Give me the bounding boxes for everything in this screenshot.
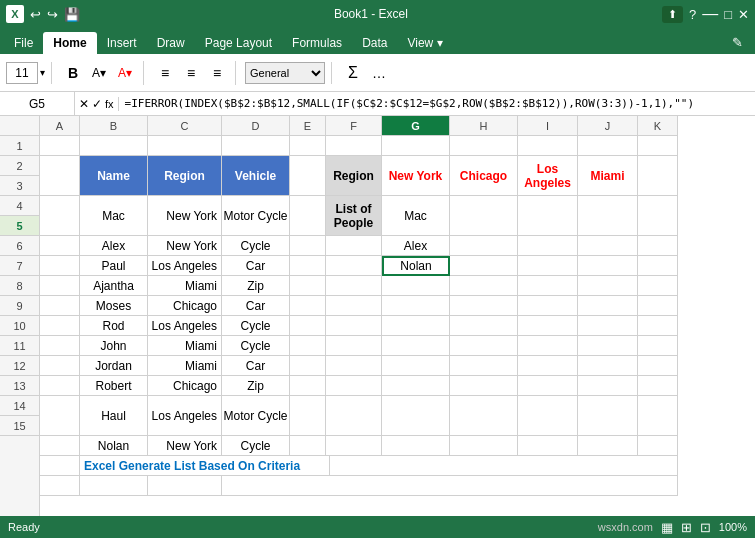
col-header-k[interactable]: K <box>638 116 678 136</box>
col-header-c[interactable]: C <box>148 116 222 136</box>
row-num-8[interactable]: 8 <box>0 276 39 296</box>
cell-j4[interactable] <box>578 236 638 256</box>
cell-g8[interactable] <box>382 316 450 336</box>
cell-k6[interactable] <box>638 276 678 296</box>
share-btn[interactable]: ⬆ <box>662 6 683 23</box>
cell-k11[interactable] <box>638 376 678 396</box>
cell-j7[interactable] <box>578 296 638 316</box>
cell-h7[interactable] <box>450 296 518 316</box>
tab-file[interactable]: File <box>4 32 43 54</box>
undo-btn[interactable]: ↩ <box>30 7 41 22</box>
cell-b1[interactable] <box>80 136 148 156</box>
cell-c8[interactable]: Los Angeles <box>148 316 222 336</box>
cell-k3[interactable] <box>638 196 678 236</box>
cell-i8[interactable] <box>518 316 578 336</box>
cell-f7[interactable] <box>326 296 382 316</box>
row-num-3[interactable]: 3 <box>0 176 39 196</box>
cell-h12[interactable] <box>450 396 518 436</box>
cell-f1[interactable] <box>326 136 382 156</box>
view-page-break-btn[interactable]: ⊡ <box>700 520 711 535</box>
cell-e3[interactable] <box>290 196 326 236</box>
cell-a11[interactable] <box>40 376 80 396</box>
fill-color-button[interactable]: A▾ <box>87 61 111 85</box>
cell-i13[interactable] <box>518 436 578 456</box>
cell-c6[interactable]: Miami <box>148 276 222 296</box>
col-header-g[interactable]: G <box>382 116 450 136</box>
cell-e11[interactable] <box>290 376 326 396</box>
cell-b15[interactable] <box>80 476 148 496</box>
cell-c1[interactable] <box>148 136 222 156</box>
cell-f11[interactable] <box>326 376 382 396</box>
maximize-btn[interactable]: □ <box>724 7 732 22</box>
tab-page-layout[interactable]: Page Layout <box>195 32 282 54</box>
cell-c11[interactable]: Chicago <box>148 376 222 396</box>
row-num-13[interactable]: 13 <box>0 376 39 396</box>
align-right-btn[interactable]: ≡ <box>205 61 229 85</box>
cell-b13[interactable]: Nolan <box>80 436 148 456</box>
cell-b7[interactable]: Moses <box>80 296 148 316</box>
cell-g7[interactable] <box>382 296 450 316</box>
cell-h9[interactable] <box>450 336 518 356</box>
cell-c9[interactable]: Miami <box>148 336 222 356</box>
cell-d1[interactable] <box>222 136 290 156</box>
cell-k7[interactable] <box>638 296 678 316</box>
cell-i3[interactable] <box>518 196 578 236</box>
cell-e4[interactable] <box>290 236 326 256</box>
cell-k12[interactable] <box>638 396 678 436</box>
cell-f3[interactable]: List of People <box>326 196 382 236</box>
cell-c15[interactable] <box>148 476 222 496</box>
bold-button[interactable]: B <box>61 61 85 85</box>
row-num-10[interactable]: 10 <box>0 316 39 336</box>
tab-formulas[interactable]: Formulas <box>282 32 352 54</box>
cell-d3[interactable]: Motor Cycle <box>222 196 290 236</box>
insert-function-icon[interactable]: fx <box>105 98 114 110</box>
cell-c12[interactable]: Los Angeles <box>148 396 222 436</box>
cell-f12[interactable] <box>326 396 382 436</box>
cell-d9[interactable]: Cycle <box>222 336 290 356</box>
cell-f8[interactable] <box>326 316 382 336</box>
cell-k8[interactable] <box>638 316 678 336</box>
cell-c13[interactable]: New York <box>148 436 222 456</box>
cell-i4[interactable] <box>518 236 578 256</box>
cell-k10[interactable] <box>638 356 678 376</box>
sigma-btn[interactable]: Σ <box>341 61 365 85</box>
cell-c7[interactable]: Chicago <box>148 296 222 316</box>
cell-h6[interactable] <box>450 276 518 296</box>
cell-f2[interactable]: Region <box>326 156 382 196</box>
col-header-a[interactable]: A <box>40 116 80 136</box>
col-header-e[interactable]: E <box>290 116 326 136</box>
cell-a7[interactable] <box>40 296 80 316</box>
cell-d15[interactable] <box>222 476 678 496</box>
row-num-14[interactable]: 14 <box>0 396 39 416</box>
row-num-4[interactable]: 4 <box>0 196 39 216</box>
cell-b6[interactable]: Ajantha <box>80 276 148 296</box>
minimize-btn[interactable]: — <box>702 6 718 22</box>
tab-data[interactable]: Data <box>352 32 397 54</box>
cell-i5[interactable] <box>518 256 578 276</box>
cell-i6[interactable] <box>518 276 578 296</box>
cell-j9[interactable] <box>578 336 638 356</box>
cell-g10[interactable] <box>382 356 450 376</box>
cell-j1[interactable] <box>578 136 638 156</box>
formula-icon[interactable]: ✎ <box>724 31 751 54</box>
cell-j5[interactable] <box>578 256 638 276</box>
cell-a13[interactable] <box>40 436 80 456</box>
cell-remaining-14[interactable] <box>330 456 678 476</box>
cell-k5[interactable] <box>638 256 678 276</box>
row-num-5[interactable]: 5 <box>0 216 39 236</box>
cell-i12[interactable] <box>518 396 578 436</box>
cell-d2[interactable]: Vehicle <box>222 156 290 196</box>
cell-d6[interactable]: Zip <box>222 276 290 296</box>
cell-j2[interactable]: Miami <box>578 156 638 196</box>
cell-f13[interactable] <box>326 436 382 456</box>
cell-c5[interactable]: Los Angeles <box>148 256 222 276</box>
cell-b2[interactable]: Name <box>80 156 148 196</box>
cell-j13[interactable] <box>578 436 638 456</box>
cell-i7[interactable] <box>518 296 578 316</box>
more-btn[interactable]: … <box>367 61 391 85</box>
font-color-button[interactable]: A▾ <box>113 61 137 85</box>
cell-e9[interactable] <box>290 336 326 356</box>
cell-g2[interactable]: New York <box>382 156 450 196</box>
cell-j8[interactable] <box>578 316 638 336</box>
cell-j11[interactable] <box>578 376 638 396</box>
